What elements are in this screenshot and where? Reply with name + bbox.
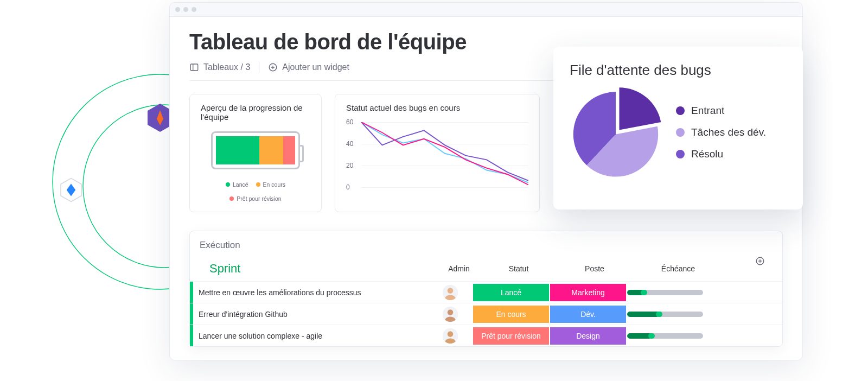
col-admin[interactable]: Admin <box>437 259 481 278</box>
card-title: Statut actuel des bugs en cours <box>346 103 528 112</box>
table-row[interactable]: Lancer une solution complexe - agile Prê… <box>190 325 782 346</box>
legend-item: Prêt pour révision <box>229 195 281 202</box>
plus-circle-icon <box>268 62 278 72</box>
window-dot <box>183 7 188 12</box>
due-progress[interactable] <box>627 312 718 317</box>
card-title: Aperçu de la progression de l'équipe <box>201 103 310 122</box>
svg-marker-5 <box>160 115 166 125</box>
add-column-button[interactable] <box>755 256 765 268</box>
svg-point-19 <box>448 288 454 294</box>
avatar[interactable] <box>443 307 458 322</box>
subbar-divider <box>259 62 259 73</box>
progress-segment <box>259 136 283 164</box>
progress-legend: LancéEn coursPrêt pour révision <box>201 181 310 202</box>
add-widget-label: Ajouter un widget <box>282 62 349 72</box>
table-body: Mettre en œuvre les améliorations du pro… <box>190 281 782 346</box>
y-tick: 60 <box>346 118 353 126</box>
svg-marker-7 <box>67 183 76 196</box>
legend-item: Tâches des dév. <box>676 126 766 138</box>
boards-icon <box>189 62 199 72</box>
jira-icon <box>61 178 81 202</box>
status-pill[interactable]: En cours <box>473 306 549 323</box>
bug-queue-card[interactable]: File d'attente des bugs EntrantTâches de… <box>553 47 803 209</box>
svg-point-23 <box>448 331 454 337</box>
poste-pill[interactable]: Design <box>550 327 626 345</box>
col-poste[interactable]: Poste <box>557 259 633 278</box>
chart-series <box>361 122 528 181</box>
table-header: Sprint Admin Statut Poste Échéance <box>200 256 773 281</box>
task-name[interactable]: Mettre en œuvre les améliorations du pro… <box>190 282 427 303</box>
card-title: File d'attente des bugs <box>570 62 787 79</box>
progress-segment <box>216 136 259 164</box>
line-chart: 0204060 <box>361 122 528 187</box>
execution-section: Exécution Sprint Admin Statut Poste Éché… <box>189 231 783 347</box>
add-widget-button[interactable]: Ajouter un widget <box>268 62 349 72</box>
col-status[interactable]: Statut <box>481 259 557 278</box>
col-due[interactable]: Échéance <box>633 259 724 278</box>
svg-marker-6 <box>61 179 81 202</box>
status-pill[interactable]: Prêt pour révision <box>473 327 549 345</box>
legend-item: Entrant <box>676 105 766 117</box>
legend-item: En cours <box>256 181 285 188</box>
boards-label: Tableaux / 3 <box>203 62 250 72</box>
svg-marker-3 <box>157 110 163 125</box>
y-tick: 20 <box>346 162 353 169</box>
bug-status-chart-card[interactable]: Statut actuel des bugs en cours 0204060 <box>335 94 540 212</box>
pie-chart <box>570 86 662 179</box>
group-label[interactable]: Sprint <box>209 262 240 275</box>
table-row[interactable]: Erreur d'intégration Github En cours Dév… <box>190 303 782 325</box>
plus-circle-icon <box>755 256 765 266</box>
legend-item: Lancé <box>226 181 248 188</box>
y-tick: 40 <box>346 140 353 148</box>
status-pill[interactable]: Lancé <box>473 284 549 301</box>
team-progress-card[interactable]: Aperçu de la progression de l'équipe Lan… <box>189 94 322 212</box>
window-dot <box>192 7 196 12</box>
due-progress[interactable] <box>627 333 718 339</box>
svg-point-21 <box>448 309 454 315</box>
window-dot <box>175 7 180 12</box>
progress-segment <box>283 136 295 164</box>
avatar[interactable] <box>443 328 458 344</box>
table-row[interactable]: Mettre en œuvre les améliorations du pro… <box>190 281 782 303</box>
svg-marker-4 <box>154 115 160 125</box>
svg-rect-10 <box>190 64 198 71</box>
avatar[interactable] <box>443 285 458 300</box>
pie-slice <box>620 87 661 130</box>
pie-legend: EntrantTâches des dév.Résolu <box>676 105 766 160</box>
poste-pill[interactable]: Marketing <box>550 284 626 301</box>
progress-battery <box>211 131 300 169</box>
window-titlebar <box>170 3 802 17</box>
task-name[interactable]: Erreur d'intégration Github <box>190 303 427 325</box>
execution-title: Exécution <box>200 240 773 251</box>
task-name[interactable]: Lancer une solution complexe - agile <box>190 325 427 346</box>
y-tick: 0 <box>346 183 350 191</box>
due-progress[interactable] <box>627 290 718 295</box>
boards-link[interactable]: Tableaux / 3 <box>189 62 250 72</box>
legend-item: Résolu <box>676 148 766 160</box>
poste-pill[interactable]: Dév. <box>550 306 626 323</box>
